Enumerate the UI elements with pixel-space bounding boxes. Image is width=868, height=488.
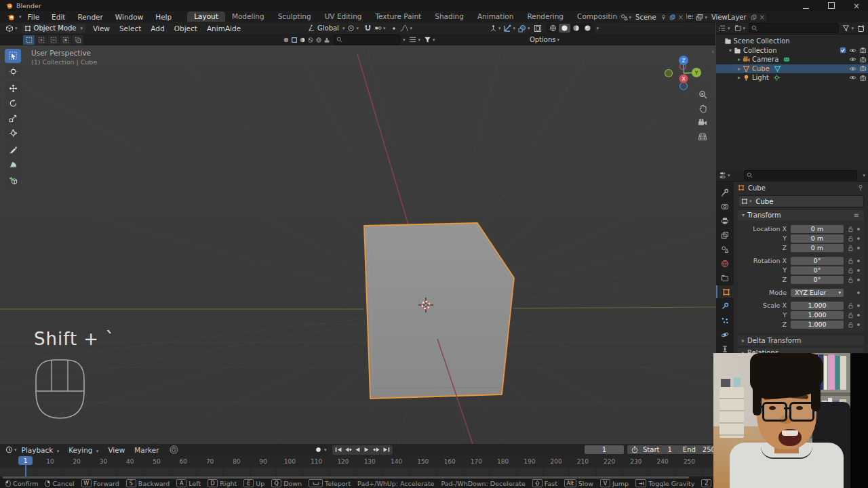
viewport-menu-object[interactable]: Object <box>170 24 202 33</box>
eye-toggle[interactable] <box>849 56 856 62</box>
falloff-dropdown[interactable]: ▾ <box>400 24 412 32</box>
animate-dot[interactable] <box>857 291 860 294</box>
pan-view-button[interactable] <box>694 102 711 115</box>
tool-rotate[interactable] <box>5 96 21 110</box>
filter-sphere-icon[interactable] <box>283 37 290 43</box>
orientation-dropdown[interactable]: Global ▾ <box>308 24 344 32</box>
workspace-tab-animation[interactable]: Animation <box>471 12 521 22</box>
timeline-menu-marker[interactable]: Marker <box>130 446 163 454</box>
animate-dot[interactable] <box>857 323 860 326</box>
expand-arrow[interactable]: ▸ <box>738 75 741 81</box>
lock-icon[interactable] <box>846 312 854 319</box>
workspace-tab-texture-paint[interactable]: Texture Paint <box>368 12 428 22</box>
camera-view-button[interactable] <box>694 116 711 129</box>
close-button[interactable]: × <box>845 1 868 12</box>
mode-dropdown[interactable]: XYZ Euler▾ <box>791 289 844 297</box>
tool-select-box[interactable] <box>5 49 21 63</box>
eye-toggle[interactable] <box>849 47 856 54</box>
lock-icon[interactable] <box>846 258 854 264</box>
value-field[interactable]: 0 m <box>791 225 844 233</box>
properties-tab-collection[interactable] <box>716 271 734 284</box>
viewlayer-selector[interactable]: ▾ ViewLayer × <box>693 12 768 22</box>
properties-tab-object[interactable] <box>716 285 735 298</box>
tool-scale[interactable] <box>5 111 21 125</box>
properties-tab-particles[interactable] <box>716 314 734 327</box>
value-field[interactable]: 1.000 <box>791 302 844 310</box>
timeline-menu-view[interactable]: View <box>103 446 130 454</box>
menu-file[interactable]: File <box>22 13 46 21</box>
eye-toggle[interactable] <box>849 75 856 81</box>
tool-measure[interactable] <box>5 157 21 171</box>
lock-icon[interactable] <box>846 245 854 251</box>
properties-tab-scene[interactable] <box>716 243 734 256</box>
shading-rendered-button[interactable] <box>582 24 593 33</box>
camera-toggle[interactable] <box>859 56 867 63</box>
timeline-menu-keying[interactable]: Keying ▾ <box>64 446 103 454</box>
animate-dot[interactable] <box>857 228 860 230</box>
render-pass-button[interactable] <box>534 24 542 33</box>
show-overlays-dropdown[interactable]: ▾ <box>503 24 515 33</box>
panel-drag-handle-icon[interactable]: ≡ <box>854 211 860 219</box>
show-gizmo-dropdown[interactable]: ▾ <box>490 24 501 32</box>
playhead[interactable]: 1 <box>18 456 33 465</box>
select-mode-set[interactable] <box>23 35 35 45</box>
filter-half-sphere-icon[interactable] <box>299 37 306 43</box>
pin-icon[interactable] <box>857 184 864 191</box>
viewport-menu-add[interactable]: Add <box>146 24 169 33</box>
properties-search-input[interactable] <box>744 170 858 180</box>
pivot-dropdown[interactable]: ▾ <box>347 24 359 32</box>
outliner-row-camera[interactable]: ▸Camera <box>716 55 868 64</box>
play-button[interactable] <box>363 446 372 454</box>
auto-keying-button[interactable] <box>314 446 323 454</box>
expand-arrow[interactable]: ▸ <box>738 66 741 72</box>
start-value[interactable]: 1 <box>667 446 671 453</box>
jump-to-end-button[interactable] <box>382 446 391 454</box>
filter-dropdown[interactable]: ▾ <box>424 36 435 43</box>
sync-time-icon[interactable] <box>170 445 178 454</box>
value-field[interactable]: 0° <box>791 266 844 274</box>
maximize-button[interactable] <box>820 0 843 11</box>
value-field[interactable]: 1.000 <box>791 321 844 329</box>
properties-editor-dropdown[interactable]: ▾ <box>719 171 730 179</box>
snap-target-dropdown[interactable]: ▾ <box>374 24 386 32</box>
unlink-icon[interactable]: × <box>678 14 684 21</box>
properties-tab-tool[interactable] <box>716 186 734 199</box>
workspace-tab-layout[interactable]: Layout <box>187 12 225 22</box>
current-frame-field[interactable]: 1 <box>585 445 624 454</box>
lock-icon[interactable] <box>846 302 854 309</box>
viewport-menu-select[interactable]: Select <box>115 24 146 33</box>
eye-toggle[interactable] <box>849 66 856 72</box>
outliner-display-mode[interactable]: ▾ <box>719 24 730 32</box>
section-delta-transform[interactable]: ▸ Delta Transform <box>738 336 864 346</box>
tool-annotate[interactable] <box>5 142 21 157</box>
value-field[interactable]: 0° <box>791 276 844 284</box>
viewport-menu-view[interactable]: View <box>88 24 115 33</box>
expand-arrow[interactable]: ▸ <box>738 56 741 62</box>
perspective-toggle-button[interactable] <box>694 130 711 144</box>
value-field[interactable]: 1.000 <box>791 311 844 319</box>
select-mode-subtract[interactable] <box>47 35 59 45</box>
tool-cursor[interactable] <box>5 64 21 79</box>
mode-selector[interactable]: Object Mode ▾ <box>22 24 86 33</box>
value-field[interactable]: 0° <box>791 257 844 265</box>
snap-toggle[interactable] <box>364 24 372 32</box>
tool-add-cube[interactable] <box>5 174 21 188</box>
next-keyframe-button[interactable] <box>372 446 381 454</box>
camera-toggle[interactable] <box>859 47 867 54</box>
value-field[interactable]: 0 m <box>791 244 844 252</box>
lock-icon[interactable] <box>846 267 854 274</box>
jump-to-start-button[interactable] <box>334 446 343 454</box>
animate-dot[interactable] <box>857 247 860 249</box>
blender-menu-icon[interactable] <box>7 13 15 21</box>
outliner-row-cube[interactable]: ▸Cube <box>716 64 868 74</box>
camera-toggle[interactable] <box>859 75 867 81</box>
display-mode-dropdown[interactable]: ▾ <box>410 36 421 43</box>
workspace-tab-rendering[interactable]: Rendering <box>520 12 570 22</box>
lock-icon[interactable] <box>846 321 854 328</box>
outliner-search-input[interactable] <box>749 23 839 33</box>
lock-icon[interactable] <box>846 226 854 232</box>
tool-move[interactable] <box>5 81 21 96</box>
play-reverse-button[interactable] <box>353 446 362 454</box>
shading-material-preview-button[interactable] <box>570 24 582 33</box>
workspace-tab-shading[interactable]: Shading <box>428 12 471 22</box>
